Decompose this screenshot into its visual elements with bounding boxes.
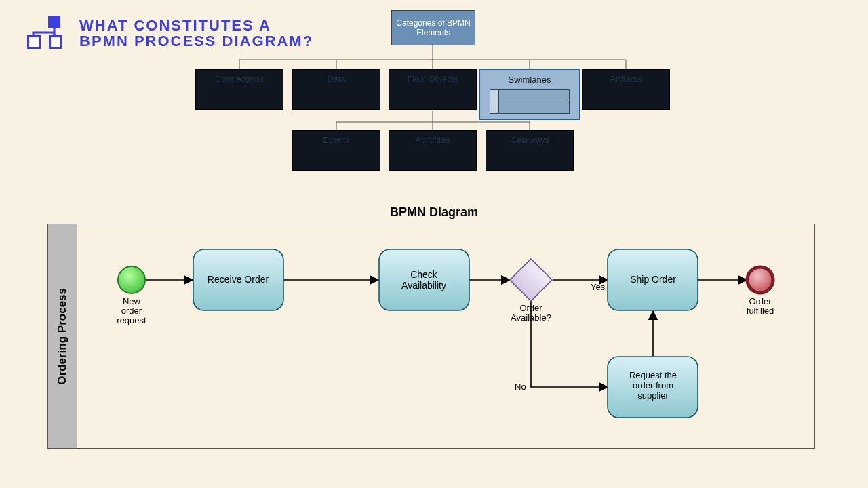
category-data: Data <box>292 69 380 110</box>
gateway-order-available <box>510 259 552 301</box>
title-line1: WHAT CONSTITUTES A <box>79 18 313 33</box>
category-flow-objects: Flow Objects <box>389 69 477 110</box>
end-event <box>747 267 773 293</box>
gateway-label: OrderAvailable? <box>511 303 551 323</box>
bpmn-pool: Ordering Process <box>47 224 815 449</box>
edge-yes-label: Yes <box>591 282 606 292</box>
category-root: Categories of BPMN Elements <box>391 10 475 45</box>
start-event <box>118 266 145 293</box>
category-swimlanes[interactable]: Swimlanes <box>479 69 580 120</box>
category-events: Events <box>292 130 380 171</box>
edge-no-label: No <box>515 382 526 392</box>
swimlane-icon <box>490 89 570 114</box>
category-activities: Activities <box>389 130 477 171</box>
svg-rect-0 <box>510 259 552 301</box>
category-swimlanes-label: Swimlanes <box>509 75 551 85</box>
diagram-title: BPMN Diagram <box>0 205 868 220</box>
task-ship-order-label: Ship Order <box>630 274 676 285</box>
page-title: WHAT CONSTITUTES A BPMN PROCESS DIAGRAM? <box>79 18 313 49</box>
start-label: Neworderrequest <box>117 296 146 325</box>
title-line2: BPMN PROCESS DIAGRAM? <box>79 33 313 49</box>
category-gateways: Gateways <box>486 130 574 171</box>
category-artifacts: Artifacts <box>582 69 670 110</box>
task-receive-order-label: Receive Order <box>208 274 269 285</box>
category-connections: Connections <box>195 69 283 110</box>
end-label: Orderfulfilled <box>747 296 774 316</box>
